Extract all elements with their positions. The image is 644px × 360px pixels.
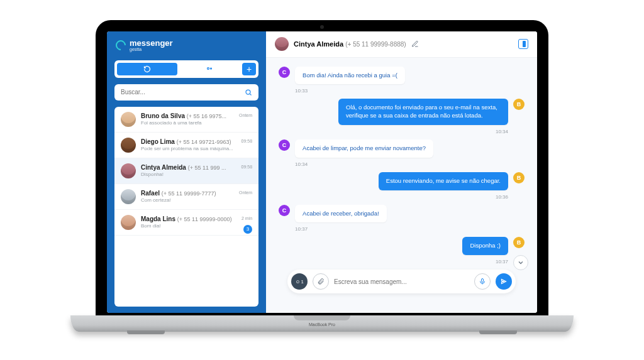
conversation-phone: (+ 55 11 99999-0000) <box>177 216 232 222</box>
send-button[interactable] <box>496 273 512 290</box>
chat-header: Cintya Almeida (+ 55 11 99999-8888) <box>266 31 537 58</box>
message-bubble: Olá, o documento foi enviado para o seu … <box>338 99 508 125</box>
message-input[interactable] <box>334 278 469 285</box>
microphone-icon <box>479 278 486 285</box>
message-time: 10:37 <box>295 226 525 232</box>
conversation-name: Cintya Almeida <box>141 164 186 171</box>
svg-point-0 <box>208 67 209 69</box>
brand: messenger gestta <box>114 38 258 54</box>
scroll-to-bottom-button[interactable] <box>513 255 528 270</box>
brand-subtitle: gestta <box>130 47 173 52</box>
conversation-preview: Pode ser um problema na sua máquina... <box>141 146 252 151</box>
message-time: 10:37 <box>279 259 508 265</box>
chat-contact-phone: (+ 55 11 99999-8888) <box>345 41 406 48</box>
svg-point-2 <box>246 90 250 94</box>
brand-logo-icon <box>114 38 128 52</box>
new-conversation-button[interactable]: + <box>242 63 256 75</box>
message-time: 10:34 <box>279 129 508 134</box>
laptop-foot <box>479 330 517 334</box>
conversation-name: Diego Lima <box>141 138 175 145</box>
conversation-item[interactable]: Magda Lins (+ 55 11 99999-0000) Bom dia!… <box>114 210 258 236</box>
sender-avatar: C <box>279 205 290 216</box>
conversation-phone: (+ 55 16 9975... <box>187 113 226 119</box>
emoji-badge: 1 <box>301 280 304 284</box>
sender-avatar: B <box>513 99 525 110</box>
conversation-item[interactable]: Cintya Almeida (+ 55 11 999 ... Disponha… <box>114 158 258 184</box>
conversation-name: Rafael <box>141 190 160 197</box>
conversation-preview: Com certeza! <box>141 197 252 203</box>
conversation-time: Ontem <box>239 113 252 117</box>
avatar <box>275 37 289 51</box>
sender-avatar: B <box>513 237 525 248</box>
refresh-icon <box>143 65 151 73</box>
conversation-phone: (+ 55 14 99721-9963) <box>177 139 231 145</box>
send-icon <box>500 278 508 285</box>
attach-button[interactable] <box>313 273 329 290</box>
sender-avatar: B <box>513 172 525 183</box>
message-time: 10:36 <box>279 194 508 200</box>
conversation-phone: (+ 55 11 999 ... <box>188 165 226 171</box>
avatar <box>121 215 136 230</box>
conversation-item[interactable]: Rafael (+ 55 11 99999-7777) Com certeza!… <box>114 184 258 210</box>
message-bubble: Acabei de limpar, pode me enviar novamen… <box>295 139 433 158</box>
conversation-list: Bruno da Silva (+ 55 16 9975... Foi asso… <box>114 107 258 307</box>
conversation-preview: Foi associado à uma tarefa <box>141 120 252 126</box>
conversation-preview: Bom dia! <box>141 223 252 229</box>
emoji-button[interactable]: ☺ 1 <box>291 273 308 290</box>
sidebar: messenger gestta <box>107 31 266 313</box>
laptop-foot <box>127 330 165 334</box>
conversation-phone: (+ 55 11 99999-7777) <box>162 190 216 197</box>
tab-refresh[interactable] <box>117 63 177 75</box>
chat-panel: Cintya Almeida (+ 55 11 99999-8888) C Bo… <box>266 31 537 313</box>
conversation-time: 09:58 <box>242 139 253 143</box>
message-time: 10:34 <box>295 161 525 167</box>
paperclip-icon <box>317 278 325 285</box>
message-area: C Bom dia! Ainda não recebi a guia =( 10… <box>266 58 537 313</box>
message-bubble: Acabei de receber, obrigada! <box>295 205 386 223</box>
conversation-preview: Disponha! <box>141 172 252 177</box>
search-input[interactable] <box>121 89 245 95</box>
search-box[interactable] <box>114 84 258 101</box>
laptop-frame: messenger gestta <box>70 20 574 341</box>
unread-badge: 3 <box>243 225 252 234</box>
sender-avatar: C <box>279 67 290 78</box>
people-icon <box>206 65 213 73</box>
message-bubble: Bom dia! Ainda não recebi a guia =( <box>295 67 405 85</box>
chat-contact-name: Cintya Almeida <box>294 40 343 48</box>
tab-people[interactable] <box>180 63 240 75</box>
message-time: 10:33 <box>295 88 525 94</box>
composer: ☺ 1 <box>287 270 516 293</box>
svg-rect-3 <box>482 279 484 283</box>
search-icon <box>245 89 252 96</box>
conversation-time: 09:58 <box>242 165 253 169</box>
avatar <box>121 189 136 204</box>
laptop-model-label: MacBook Pro <box>309 322 335 327</box>
avatar <box>121 138 136 153</box>
conversation-time: 2 min <box>242 216 252 221</box>
details-toggle[interactable] <box>518 39 528 49</box>
svg-point-1 <box>211 68 212 69</box>
message-bubble: Disponha ;) <box>462 237 508 255</box>
brand-title: messenger <box>130 39 173 47</box>
segmented-control: + <box>114 60 258 78</box>
avatar <box>121 112 136 127</box>
camera-dot <box>320 25 324 29</box>
laptop-base: MacBook Pro <box>70 315 574 332</box>
avatar <box>121 163 136 178</box>
voice-button[interactable] <box>474 273 491 290</box>
sender-avatar: C <box>279 139 290 151</box>
conversation-time: Ontem <box>239 190 252 195</box>
edit-icon[interactable] <box>411 40 419 48</box>
plus-icon: + <box>247 64 252 74</box>
conversation-name: Bruno da Silva <box>141 112 185 119</box>
message-bubble: Estou reenviando, me avise se não chegar… <box>379 172 508 190</box>
chevron-down-icon <box>517 259 525 266</box>
conversation-item[interactable]: Bruno da Silva (+ 55 16 9975... Foi asso… <box>114 107 258 133</box>
conversation-name: Magda Lins <box>141 215 175 222</box>
conversation-item[interactable]: Diego Lima (+ 55 14 99721-9963) Pode ser… <box>114 133 258 158</box>
